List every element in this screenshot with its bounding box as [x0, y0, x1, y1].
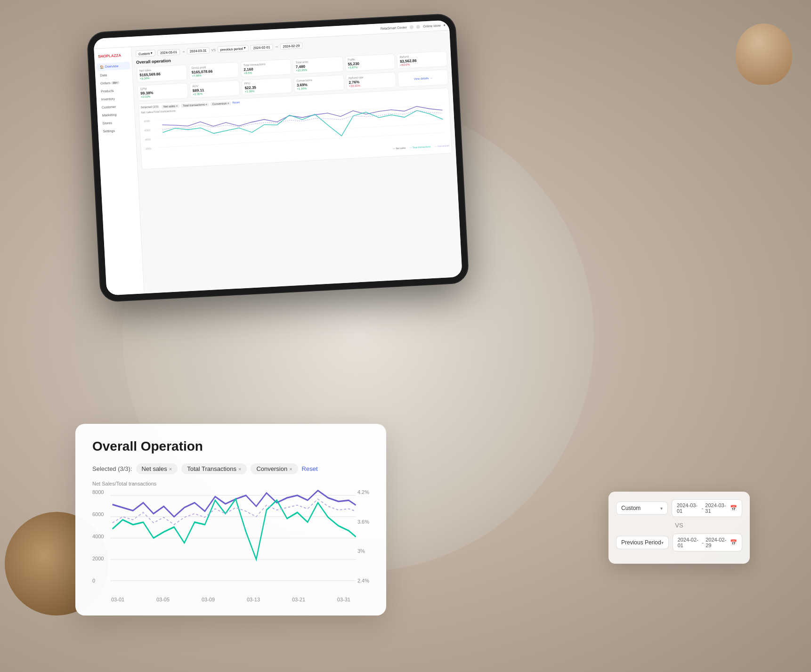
svg-line-0: [157, 105, 442, 120]
date-select-arrow: ▾: [660, 506, 663, 511]
enlarged-y-labels-left: 8000 6000 4000 2000 0: [92, 489, 104, 593]
tablet-tag-conversion[interactable]: Conversion ×: [211, 101, 231, 106]
tablet-logo: SHOPLAZZA: [96, 51, 130, 61]
tablet-app: SHOPLAZZA 🏠 Overview Data Orders 99+ Pro…: [94, 31, 462, 296]
tablet-period-select[interactable]: Custom ▾: [136, 49, 156, 57]
tablet-date-end[interactable]: 2024-03-31: [187, 47, 209, 54]
tablet-vs-label: VS: [211, 48, 216, 51]
sidebar-item-settings[interactable]: Settings: [100, 126, 134, 135]
enlarged-tag-conversion[interactable]: Conversion ×: [251, 463, 298, 474]
tablet-stat-aov: AOV $89.11 +1.36%: [189, 80, 240, 98]
tablet-stat-net-sales: Net sales $165,569.86 +9.34%: [137, 65, 187, 83]
tablet-stat-total-units: Total units 7,480 +10.25%: [292, 57, 343, 75]
x-label-1: 03-01: [111, 597, 124, 602]
date-prev-range-start: 2024-02-01: [678, 537, 700, 548]
date-range-end: 2024-03-31: [705, 502, 728, 514]
enlarged-tag-net-sales[interactable]: Net sales ×: [136, 463, 178, 474]
enlarged-chart-subtitle: Net Sales/Total transactions: [92, 481, 369, 486]
tablet-screen: RetaSmart Center Online store ▾ SHOPLAZZ…: [93, 20, 462, 296]
date-range-current[interactable]: 2024-03-01 - 2024-03-31 📅: [672, 499, 742, 517]
date-prev-period-select[interactable]: Previous Period ▾: [616, 536, 669, 549]
tablet-reset[interactable]: Reset: [232, 101, 240, 105]
sidebar-item-products[interactable]: Products: [98, 86, 132, 95]
x-label-4: 03-13: [247, 597, 260, 602]
enlarged-tag-net-sales-label: Net sales: [142, 465, 167, 472]
date-panel-vs-label: VS: [616, 522, 742, 529]
tablet-main: Custom ▾ 2024-03-01 → 2024-03-31 VS prev…: [131, 31, 462, 294]
enlarged-title: Overall Operation: [92, 439, 369, 454]
sidebar-item-stores[interactable]: Stores: [99, 118, 133, 127]
date-range-previous[interactable]: 2024-02-01 - 2024-02-29 📅: [673, 534, 742, 551]
x-label-3: 03-09: [202, 597, 215, 602]
svg-text:4000: 4000: [145, 138, 151, 141]
x-label-2: 03-05: [156, 597, 170, 602]
topbar-arrow-icon: ▾: [444, 24, 446, 27]
date-prev-period-label: Previous Period: [621, 539, 661, 546]
date-range-separator: -: [702, 505, 704, 511]
tablet-prev-period-select[interactable]: previous period ▾: [218, 45, 249, 53]
tablet-period-label: Custom: [138, 51, 150, 55]
enlarged-tag-conversion-remove[interactable]: ×: [289, 466, 292, 472]
enlarged-tag-total-transactions-label: Total Transactions: [187, 465, 236, 472]
tablet-tag-transactions[interactable]: Total transactions ×: [181, 102, 209, 107]
date-period-label: Custom: [621, 505, 641, 511]
topbar-online-store[interactable]: Online store: [423, 24, 441, 28]
tablet-view-details[interactable]: View details →: [397, 69, 448, 88]
calendar-icon-prev[interactable]: 📅: [730, 539, 737, 546]
sidebar-item-customer[interactable]: Customer: [98, 102, 132, 111]
svg-line-3: [158, 133, 444, 148]
tablet-chart-area: Selected (3/3): Net sales × Total transa…: [138, 88, 452, 170]
date-prev-select-arrow: ▾: [661, 540, 664, 545]
tablet-stat-gpm: GPM 99.38% +0.01%: [138, 83, 188, 101]
enlarged-tag-conversion-label: Conversion: [256, 465, 287, 472]
sidebar-item-inventory[interactable]: Inventory: [98, 94, 132, 103]
date-panel-row-2: Previous Period ▾ 2024-02-01 - 2024-02-2…: [616, 534, 742, 551]
enlarged-tag-net-sales-remove[interactable]: ×: [169, 466, 172, 472]
x-label-6: 03-31: [337, 597, 350, 602]
enlarged-selected-label: Selected (3/3):: [92, 465, 132, 472]
enlarged-y-labels-right: 4.2% 3.6% 3% 2.4%: [357, 489, 369, 593]
date-period-select[interactable]: Custom ▾: [616, 502, 668, 515]
tablet-stat-gross-profit: Gross profit $165,078.66 +7.98%: [188, 62, 239, 80]
topbar-dot: [410, 25, 414, 29]
sidebar-item-orders[interactable]: Orders 99+: [97, 78, 131, 87]
tablet-stat-refund-rate: Refund rate 2.76% +33.31%: [346, 72, 397, 90]
enlarged-filters-row: Selected (3/3): Net sales × Total Transa…: [92, 463, 369, 474]
date-range-start: 2024-03-01: [677, 502, 700, 514]
tablet-stat-total-transactions: Total transactions 2,160 +8.5%: [241, 59, 292, 77]
svg-line-2: [158, 123, 443, 138]
calendar-icon[interactable]: 📅: [730, 505, 737, 511]
tablet-stat-conversions: Conversions 3.69% +1.10%: [293, 74, 344, 93]
topbar-dot2: [416, 24, 420, 28]
tablet-prev-date-end[interactable]: 2024-02-29: [280, 42, 302, 49]
enlarged-tag-total-transactions-remove[interactable]: ×: [238, 466, 241, 472]
tablet-stat-ppu: PPU $22.35 +1.36%: [242, 77, 292, 96]
tablet: RetaSmart Center Online store ▾ SHOPLAZZ…: [88, 14, 469, 301]
sidebar-item-marketing[interactable]: Marketing: [99, 110, 133, 119]
tablet-date-start[interactable]: 2024-03-01: [157, 49, 180, 56]
enlarged-x-labels: 03-01 03-05 03-09 03-13 03-21 03-31: [92, 597, 369, 602]
svg-text:8000: 8000: [144, 120, 150, 123]
date-panel-row-1: Custom ▾ 2024-03-01 - 2024-03-31 📅: [616, 499, 742, 517]
date-prev-range-separator: -: [702, 540, 704, 545]
tablet-prev-date-start[interactable]: 2024-02-01: [250, 44, 273, 51]
topbar-store-label: RetaSmart Center: [381, 25, 407, 30]
tablet-tag-net-sales[interactable]: Net sales ×: [162, 104, 180, 109]
enlarged-reset-button[interactable]: Reset: [302, 465, 318, 472]
date-prev-range-end: 2024-02-29: [706, 537, 728, 548]
x-label-5: 03-21: [292, 597, 305, 602]
enlarged-card: Overall Operation Selected (3/3): Net sa…: [75, 424, 386, 615]
date-picker-panel: Custom ▾ 2024-03-01 - 2024-03-31 📅 VS Pr…: [608, 492, 750, 564]
tablet-stat-traffic: Traffic 55,230 +3.87%: [345, 54, 396, 72]
enlarged-chart-svg: [92, 489, 369, 593]
tablet-stat-refund: Refund $3,562.86 +53.6%: [397, 51, 447, 69]
cup-decoration: [736, 24, 792, 85]
svg-text:6000: 6000: [145, 129, 150, 132]
sidebar-item-overview[interactable]: 🏠 Overview: [97, 62, 130, 71]
enlarged-chart-container: 8000 6000 4000 2000 0 4.2% 3.6% 3% 2.4%: [92, 489, 369, 602]
svg-text:2000: 2000: [146, 147, 151, 150]
sidebar-item-data[interactable]: Data: [97, 70, 131, 79]
enlarged-tag-total-transactions[interactable]: Total Transactions ×: [181, 463, 247, 474]
